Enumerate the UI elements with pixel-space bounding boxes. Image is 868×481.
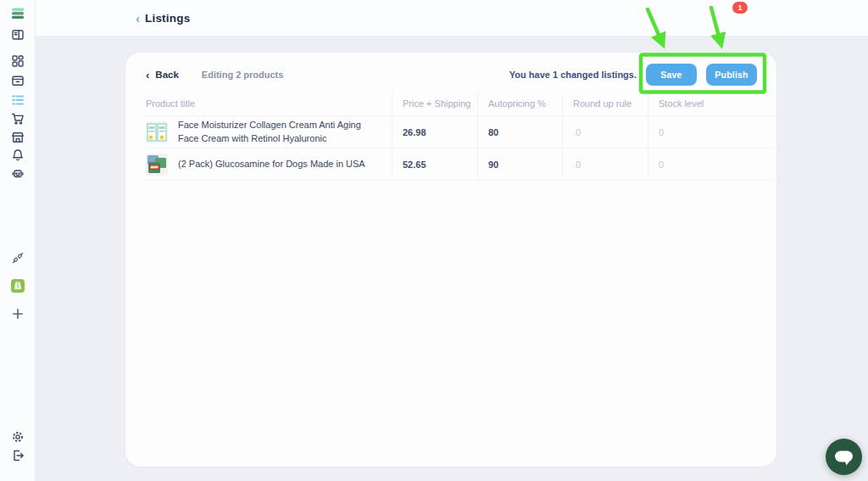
chat-bubble-icon: [826, 439, 862, 475]
settings-gear-icon[interactable]: [11, 430, 25, 444]
cart-icon[interactable]: [11, 112, 25, 126]
integrations-plug-icon[interactable]: [11, 251, 25, 265]
card-toolbar: ‹ Back Editing 2 products You have 1 cha…: [146, 64, 757, 86]
col-header-product-title: Product title: [146, 92, 392, 115]
back-chevron-icon[interactable]: ‹: [136, 12, 140, 25]
listings-list-icon-active[interactable]: [11, 93, 25, 107]
sidebar: S: [0, 0, 36, 481]
app-logo-icon[interactable]: [11, 7, 25, 20]
page-title: Listings: [145, 12, 190, 25]
save-button[interactable]: Save: [646, 64, 697, 86]
product-image: [146, 154, 168, 176]
editing-count-label: Editing 2 products: [202, 70, 284, 80]
orders-box-icon[interactable]: [11, 74, 25, 87]
svg-text:S: S: [16, 283, 19, 288]
product-title: Face Moisturizer Collagen Cream Anti Agi…: [178, 119, 371, 146]
col-header-autopricing: Autopricing %: [477, 92, 562, 115]
listings-table: Product title Price + Shipping Autoprici…: [146, 92, 775, 181]
round-up-value[interactable]: .0: [562, 116, 648, 148]
col-header-round-up: Round up rule: [562, 92, 648, 115]
dashboard-grid-icon[interactable]: [11, 54, 25, 68]
table-row[interactable]: (2 Pack) Glucosamine for Dogs Made in US…: [146, 148, 775, 181]
col-header-stock-level: Stock level: [648, 92, 754, 115]
listings-editor-card: ‹ Back Editing 2 products You have 1 cha…: [125, 53, 776, 467]
table-row[interactable]: Face Moisturizer Collagen Cream Anti Agi…: [146, 116, 775, 148]
chat-launcher-button[interactable]: [826, 439, 862, 475]
back-button[interactable]: ‹ Back: [146, 70, 179, 81]
autopricing-value[interactable]: 80: [477, 116, 562, 148]
product-title: (2 Pack) Glucosamine for Dogs Made in US…: [178, 158, 365, 171]
stock-level-value[interactable]: 0: [648, 116, 754, 148]
basket-badge: 1: [732, 2, 748, 14]
changed-listings-notice: You have 1 changed listings.: [509, 70, 637, 80]
round-up-value[interactable]: .0: [562, 148, 648, 180]
add-plus-icon[interactable]: [11, 307, 25, 321]
shopify-icon[interactable]: S: [11, 279, 25, 293]
product-image: [146, 121, 168, 143]
catalog-book-icon[interactable]: [11, 28, 25, 42]
autopricing-value[interactable]: 90: [477, 148, 562, 180]
back-chevron-icon: ‹: [146, 70, 149, 81]
back-label: Back: [155, 70, 179, 80]
stock-level-value[interactable]: 0: [648, 148, 754, 180]
price-shipping-value[interactable]: 52.65: [392, 148, 477, 180]
store-icon[interactable]: [11, 131, 25, 144]
table-header-row: Product title Price + Shipping Autoprici…: [146, 92, 775, 116]
logout-icon[interactable]: [11, 449, 25, 462]
price-shipping-value[interactable]: 26.98: [392, 116, 477, 148]
notifications-bell-icon[interactable]: [11, 148, 25, 162]
col-header-price-shipping: Price + Shipping: [392, 92, 477, 115]
bot-icon[interactable]: [11, 166, 25, 180]
publish-button[interactable]: Publish: [706, 64, 757, 86]
